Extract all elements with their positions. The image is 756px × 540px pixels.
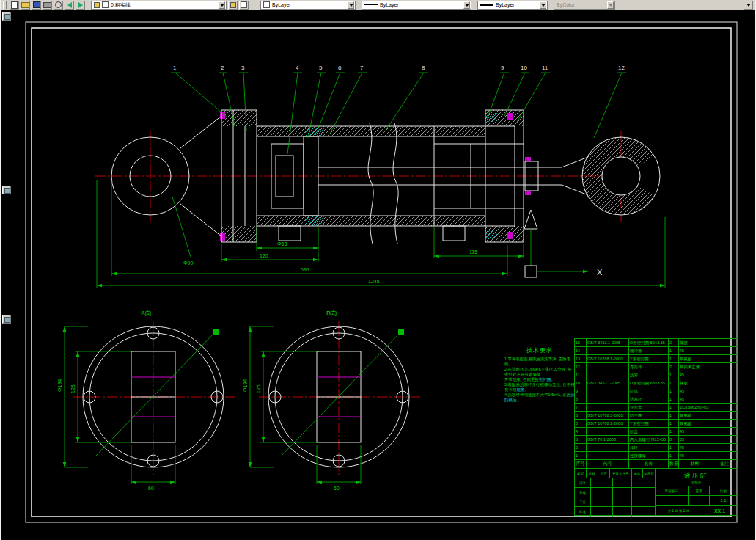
docked-toolbar-grip[interactable] bbox=[2, 315, 11, 324]
bom-cell: 1 bbox=[669, 412, 679, 420]
chevron-down-icon[interactable] bbox=[463, 1, 470, 9]
bom-cell: 防尘圈 bbox=[629, 412, 669, 420]
dim-text: 125 bbox=[70, 384, 76, 393]
sign-blank bbox=[632, 507, 655, 517]
tech-line: 2.在试验压力16MPa下保压10分钟, 各密封处不得有渗漏及 bbox=[504, 367, 575, 377]
sheet-row: 共 1 张 第 1 张 XX.1 bbox=[656, 506, 737, 517]
bom-row: 5GB/T 10708.1-2000Y形密封圈1聚氨酯 bbox=[575, 420, 738, 428]
layer-color-chip bbox=[102, 1, 109, 8]
bom-row: 9缸体145 bbox=[575, 387, 738, 395]
dim-text: 60 bbox=[334, 486, 340, 491]
bom-cell: 耳环 bbox=[629, 444, 669, 452]
tech-text: 异常现象, 否则更换 bbox=[504, 377, 539, 382]
dim-text: Φ194 bbox=[57, 379, 62, 392]
sign-label: 设计 bbox=[575, 478, 591, 487]
tech-accent: 密封圈。 bbox=[539, 377, 555, 382]
dim-text: Φ63 bbox=[277, 241, 287, 247]
save-icon[interactable] bbox=[32, 1, 41, 10]
sign-blank bbox=[591, 488, 613, 497]
toolbar-grip[interactable] bbox=[3, 1, 7, 9]
bom-header-row: 序号 代号 名称 数量 材料 备注 bbox=[575, 460, 738, 469]
revision-row: 标记 处数 分区 更改文件号 签名 年月日 bbox=[575, 469, 655, 478]
callout-number: 3 bbox=[241, 65, 245, 71]
sign-row: 审核 bbox=[575, 488, 655, 497]
bom-cell bbox=[711, 436, 738, 444]
tech-line: 3.装配后活塞杆全行程移动灵活, 且不得有卡阻现象。 bbox=[504, 382, 575, 393]
linetype-combo-value: ByLayer bbox=[380, 2, 399, 7]
tech-text: 3.装配后活塞杆全行程移动灵活, 且不得有卡阻 bbox=[504, 382, 575, 392]
view-a bbox=[65, 326, 224, 484]
bom-cell bbox=[711, 355, 738, 363]
docked-toolbar-grip[interactable] bbox=[2, 12, 11, 21]
bom-cell: 6 bbox=[575, 412, 587, 420]
bom-cell: 1 bbox=[669, 444, 679, 452]
open-file-icon[interactable] bbox=[21, 1, 30, 10]
bom-cell: 活塞杆 bbox=[629, 395, 669, 404]
bom-cell bbox=[711, 363, 738, 371]
bom-header-cell: 备注 bbox=[711, 460, 738, 469]
color-combo[interactable]: ByLayer bbox=[260, 1, 356, 10]
weight-value bbox=[689, 496, 710, 505]
bom-cell: GB/T 3452.1-2005 bbox=[587, 339, 629, 347]
chevron-down-icon[interactable] bbox=[348, 1, 354, 9]
bom-cell: ZCuSn6Zn6Pb3 bbox=[679, 404, 711, 412]
weight-label: 重量 bbox=[689, 486, 710, 495]
bom-cell: 45 bbox=[679, 428, 711, 436]
chevron-down-icon[interactable] bbox=[540, 1, 546, 9]
bom-cell: GB/T 70.1-2008 bbox=[587, 436, 629, 444]
bom-cell: 2 bbox=[575, 444, 587, 452]
bom-cell: 聚四氟乙烯 bbox=[679, 363, 711, 371]
bom-cell: 1 bbox=[669, 420, 679, 428]
lineweight-combo[interactable]: ByLayer bbox=[477, 1, 548, 10]
toolbar-overflow-icon[interactable] bbox=[744, 1, 753, 10]
plotstyle-combo-value: ByColor bbox=[557, 2, 575, 7]
dim-text: 120 bbox=[260, 253, 268, 258]
scale-label: 比例 bbox=[710, 486, 737, 495]
undo-icon[interactable] bbox=[65, 1, 74, 10]
bom-row: 7导向套1ZCuSn6Zn6Pb3 bbox=[575, 404, 738, 412]
bom-cell: 导向套 bbox=[629, 404, 669, 412]
layers-dialog-icon[interactable] bbox=[228, 1, 238, 10]
bom-cell: O形密封圈 50×3.55 bbox=[629, 339, 669, 347]
bom-cell bbox=[711, 404, 738, 412]
bom-cell bbox=[711, 395, 738, 404]
bom-cell: 7 bbox=[575, 404, 587, 412]
rev-label: 标记 bbox=[575, 469, 587, 478]
bom-cell: 缸体 bbox=[629, 387, 669, 395]
bom-cell: 45 bbox=[679, 452, 711, 460]
bom-cell: GB/T 10708.3-2000 bbox=[587, 412, 629, 420]
bom-cell: 8 bbox=[575, 395, 587, 404]
sheet-count: 共 1 张 第 1 张 bbox=[656, 506, 702, 517]
stage-labels-row: 阶段标记 重量 比例 bbox=[656, 486, 737, 496]
bom-cell: 11 bbox=[575, 371, 587, 379]
print-icon[interactable] bbox=[43, 1, 52, 10]
bom-cell: 1 bbox=[669, 387, 679, 395]
sign-row: 批准 bbox=[575, 507, 655, 517]
view-a-label: A向 bbox=[141, 310, 152, 317]
bom-cell: 聚氨酯 bbox=[679, 412, 711, 420]
layer-prev-icon[interactable] bbox=[239, 1, 249, 10]
layer-combo[interactable]: 0 粗实线 bbox=[91, 1, 227, 10]
docked-toolbar-grip[interactable] bbox=[2, 186, 11, 194]
dim-text: Φ90 bbox=[183, 260, 193, 266]
rev-label: 更改文件号 bbox=[610, 469, 632, 478]
bom-cell: 导向环 bbox=[629, 363, 669, 371]
bom-cell: 13 bbox=[575, 355, 587, 363]
title-block-right: 液压缸 装配图 阶段标记 重量 比例 1:1 共 1 张 第 1 张 XX.1 bbox=[656, 469, 737, 515]
bom-row: 13GB/T 10708.1-2000Y形密封圈1聚氨酯 bbox=[575, 355, 738, 363]
rev-label: 分区 bbox=[598, 469, 610, 478]
redo-icon[interactable] bbox=[76, 1, 85, 10]
callout-number: 2 bbox=[221, 65, 224, 71]
dim-text: Φ194 bbox=[243, 379, 248, 392]
bom-cell bbox=[711, 428, 738, 436]
linetype-combo[interactable]: ByLayer bbox=[362, 1, 471, 10]
chevron-down-icon[interactable] bbox=[219, 1, 225, 9]
bom-row: 11活塞145 bbox=[575, 371, 738, 379]
preview-icon[interactable] bbox=[54, 1, 63, 10]
tech-line: 4.活塞杆伸缩速度不大于0.5m/s, 表面涂防锈油。 bbox=[504, 393, 575, 403]
new-file-icon[interactable] bbox=[10, 1, 19, 10]
bom-cell: 聚氨酯 bbox=[679, 420, 711, 428]
bom-row: 8活塞杆145 bbox=[575, 395, 738, 404]
bom-cell: GB/T 10708.1-2000 bbox=[587, 420, 629, 428]
tech-title: 技术要求 bbox=[504, 346, 575, 354]
